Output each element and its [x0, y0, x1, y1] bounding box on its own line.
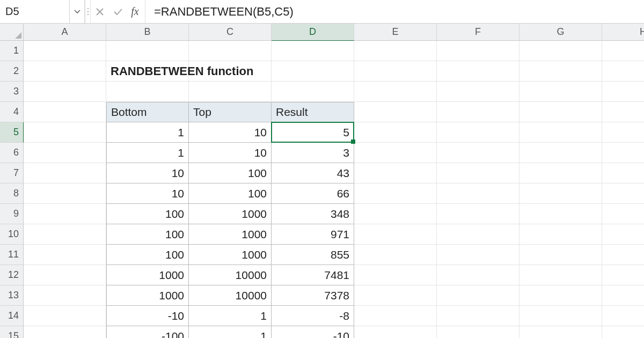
- cell-F15[interactable]: [437, 326, 519, 338]
- cell-B5[interactable]: 1: [106, 122, 189, 143]
- cell-G11[interactable]: [519, 245, 602, 265]
- cell-grid[interactable]: RANDBETWEEN functionBottomTopResult11051…: [24, 41, 644, 338]
- insert-function-button[interactable]: fx: [127, 0, 145, 23]
- column-header-C[interactable]: C: [189, 24, 272, 41]
- cell-A3[interactable]: [24, 82, 106, 102]
- cell-D10[interactable]: 971: [272, 224, 354, 245]
- name-box-dropdown[interactable]: [70, 0, 85, 23]
- cell-A9[interactable]: [24, 204, 106, 224]
- cell-G9[interactable]: [519, 204, 602, 224]
- cell-F5[interactable]: [437, 122, 519, 143]
- cell-E4[interactable]: [354, 102, 437, 122]
- cell-E11[interactable]: [354, 245, 437, 265]
- cell-C5[interactable]: 10: [189, 122, 272, 143]
- row-header-5[interactable]: 5: [0, 122, 24, 143]
- cell-G7[interactable]: [519, 163, 602, 183]
- cell-D5[interactable]: 5: [272, 122, 354, 143]
- column-header-F[interactable]: F: [437, 24, 519, 41]
- cell-B7[interactable]: 10: [106, 163, 189, 183]
- cell-E9[interactable]: [354, 204, 437, 224]
- cell-G6[interactable]: [519, 143, 602, 163]
- cell-F14[interactable]: [437, 306, 519, 326]
- cell-B11[interactable]: 100: [106, 245, 189, 265]
- cell-B9[interactable]: 100: [106, 204, 189, 224]
- cell-A8[interactable]: [24, 183, 106, 204]
- column-header-D[interactable]: D: [272, 24, 354, 41]
- cell-F4[interactable]: [437, 102, 519, 122]
- cell-C1[interactable]: [189, 41, 272, 61]
- cell-C12[interactable]: 10000: [189, 265, 272, 285]
- cell-G12[interactable]: [519, 265, 602, 285]
- cell-G1[interactable]: [519, 41, 602, 61]
- cell-C3[interactable]: [189, 82, 272, 102]
- cell-D13[interactable]: 7378: [272, 285, 354, 306]
- cell-E15[interactable]: [354, 326, 437, 338]
- cell-F12[interactable]: [437, 265, 519, 285]
- cell-E10[interactable]: [354, 224, 437, 245]
- row-header-11[interactable]: 11: [0, 245, 24, 265]
- cell-C15[interactable]: 1: [189, 326, 272, 338]
- cell-H4[interactable]: [602, 102, 644, 122]
- cell-D7[interactable]: 43: [272, 163, 354, 183]
- cell-A4[interactable]: [24, 102, 106, 122]
- row-header-13[interactable]: 13: [0, 285, 24, 306]
- cell-E13[interactable]: [354, 285, 437, 306]
- cell-F3[interactable]: [437, 82, 519, 102]
- cell-G13[interactable]: [519, 285, 602, 306]
- cell-A7[interactable]: [24, 163, 106, 183]
- cell-E3[interactable]: [354, 82, 437, 102]
- cell-H2[interactable]: [602, 61, 644, 82]
- cell-F13[interactable]: [437, 285, 519, 306]
- cell-D9[interactable]: 348: [272, 204, 354, 224]
- cell-D4[interactable]: Result: [272, 102, 354, 122]
- cell-E8[interactable]: [354, 183, 437, 204]
- cell-H10[interactable]: [602, 224, 644, 245]
- grip-icon[interactable]: ⋮: [85, 0, 91, 23]
- cell-B4[interactable]: Bottom: [106, 102, 189, 122]
- cancel-button[interactable]: [91, 0, 109, 23]
- cell-B15[interactable]: -100: [106, 326, 189, 338]
- row-header-14[interactable]: 14: [0, 306, 24, 326]
- cell-G2[interactable]: [519, 61, 602, 82]
- cell-B8[interactable]: 10: [106, 183, 189, 204]
- cell-B2[interactable]: RANDBETWEEN function: [106, 61, 189, 82]
- cell-E2[interactable]: [354, 61, 437, 82]
- cell-C7[interactable]: 100: [189, 163, 272, 183]
- cell-A12[interactable]: [24, 265, 106, 285]
- cell-C14[interactable]: 1: [189, 306, 272, 326]
- cell-A13[interactable]: [24, 285, 106, 306]
- row-header-2[interactable]: 2: [0, 61, 24, 82]
- cell-F7[interactable]: [437, 163, 519, 183]
- cell-F11[interactable]: [437, 245, 519, 265]
- name-box[interactable]: D5: [0, 0, 70, 23]
- cell-H6[interactable]: [602, 143, 644, 163]
- cell-B10[interactable]: 100: [106, 224, 189, 245]
- cell-F2[interactable]: [437, 61, 519, 82]
- row-header-15[interactable]: 15: [0, 326, 24, 338]
- cell-B1[interactable]: [106, 41, 189, 61]
- cell-D1[interactable]: [272, 41, 354, 61]
- cell-E12[interactable]: [354, 265, 437, 285]
- cell-G8[interactable]: [519, 183, 602, 204]
- cell-C10[interactable]: 1000: [189, 224, 272, 245]
- cell-G3[interactable]: [519, 82, 602, 102]
- row-header-7[interactable]: 7: [0, 163, 24, 183]
- cell-B12[interactable]: 1000: [106, 265, 189, 285]
- cell-A1[interactable]: [24, 41, 106, 61]
- cell-H14[interactable]: [602, 306, 644, 326]
- row-header-9[interactable]: 9: [0, 204, 24, 224]
- cell-G5[interactable]: [519, 122, 602, 143]
- column-header-A[interactable]: A: [24, 24, 106, 41]
- cell-C4[interactable]: Top: [189, 102, 272, 122]
- cell-D3[interactable]: [272, 82, 354, 102]
- cell-F8[interactable]: [437, 183, 519, 204]
- row-header-3[interactable]: 3: [0, 82, 24, 102]
- cell-A5[interactable]: [24, 122, 106, 143]
- cell-D2[interactable]: [272, 61, 354, 82]
- cell-D12[interactable]: 7481: [272, 265, 354, 285]
- cell-D15[interactable]: -10: [272, 326, 354, 338]
- cell-G10[interactable]: [519, 224, 602, 245]
- cell-F10[interactable]: [437, 224, 519, 245]
- row-header-4[interactable]: 4: [0, 102, 24, 122]
- cell-D6[interactable]: 3: [272, 143, 354, 163]
